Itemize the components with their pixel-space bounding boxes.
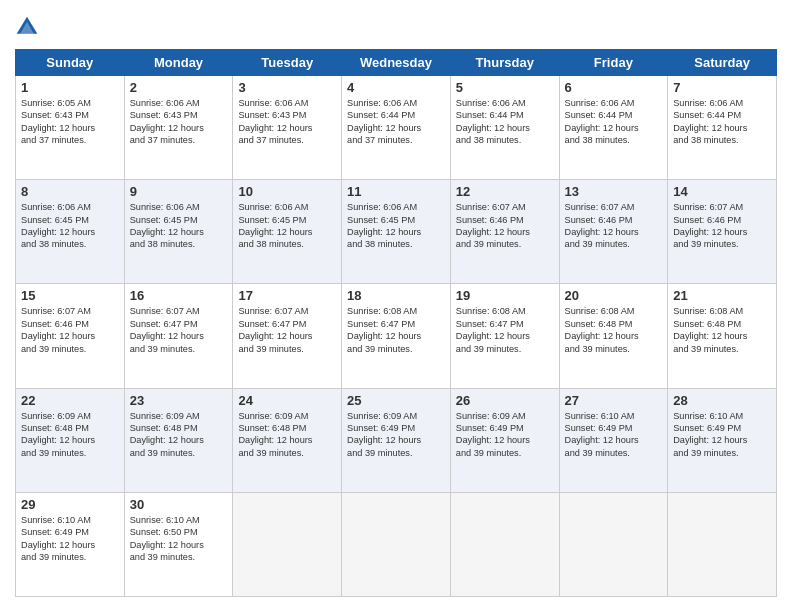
- calendar-cell: 15 Sunrise: 6:07 AMSunset: 6:46 PMDaylig…: [16, 284, 125, 388]
- day-number: 13: [565, 184, 663, 199]
- day-number: 8: [21, 184, 119, 199]
- cell-info: Sunrise: 6:10 AMSunset: 6:49 PMDaylight:…: [21, 515, 95, 562]
- cell-info: Sunrise: 6:07 AMSunset: 6:46 PMDaylight:…: [565, 202, 639, 249]
- calendar-cell: 12 Sunrise: 6:07 AMSunset: 6:46 PMDaylig…: [450, 180, 559, 284]
- cell-info: Sunrise: 6:07 AMSunset: 6:46 PMDaylight:…: [21, 306, 95, 353]
- cell-info: Sunrise: 6:09 AMSunset: 6:49 PMDaylight:…: [347, 411, 421, 458]
- cell-info: Sunrise: 6:10 AMSunset: 6:50 PMDaylight:…: [130, 515, 204, 562]
- day-number: 17: [238, 288, 336, 303]
- cell-info: Sunrise: 6:10 AMSunset: 6:49 PMDaylight:…: [673, 411, 747, 458]
- cell-info: Sunrise: 6:08 AMSunset: 6:47 PMDaylight:…: [347, 306, 421, 353]
- calendar-cell: 2 Sunrise: 6:06 AMSunset: 6:43 PMDayligh…: [124, 76, 233, 180]
- weekday-header: Tuesday: [233, 50, 342, 76]
- calendar-cell: 11 Sunrise: 6:06 AMSunset: 6:45 PMDaylig…: [342, 180, 451, 284]
- weekday-header: Sunday: [16, 50, 125, 76]
- day-number: 11: [347, 184, 445, 199]
- cell-info: Sunrise: 6:06 AMSunset: 6:44 PMDaylight:…: [456, 98, 530, 145]
- cell-info: Sunrise: 6:05 AMSunset: 6:43 PMDaylight:…: [21, 98, 95, 145]
- calendar-cell: 20 Sunrise: 6:08 AMSunset: 6:48 PMDaylig…: [559, 284, 668, 388]
- cell-info: Sunrise: 6:06 AMSunset: 6:45 PMDaylight:…: [130, 202, 204, 249]
- calendar-cell: 17 Sunrise: 6:07 AMSunset: 6:47 PMDaylig…: [233, 284, 342, 388]
- day-number: 1: [21, 80, 119, 95]
- calendar-cell: [342, 492, 451, 596]
- calendar-cell: 25 Sunrise: 6:09 AMSunset: 6:49 PMDaylig…: [342, 388, 451, 492]
- cell-info: Sunrise: 6:06 AMSunset: 6:44 PMDaylight:…: [347, 98, 421, 145]
- page: SundayMondayTuesdayWednesdayThursdayFrid…: [0, 0, 792, 612]
- calendar-cell: 6 Sunrise: 6:06 AMSunset: 6:44 PMDayligh…: [559, 76, 668, 180]
- logo: [15, 15, 43, 39]
- calendar-cell: 23 Sunrise: 6:09 AMSunset: 6:48 PMDaylig…: [124, 388, 233, 492]
- calendar-cell: 30 Sunrise: 6:10 AMSunset: 6:50 PMDaylig…: [124, 492, 233, 596]
- cell-info: Sunrise: 6:06 AMSunset: 6:44 PMDaylight:…: [673, 98, 747, 145]
- calendar-cell: 8 Sunrise: 6:06 AMSunset: 6:45 PMDayligh…: [16, 180, 125, 284]
- weekday-header: Wednesday: [342, 50, 451, 76]
- calendar-cell: 14 Sunrise: 6:07 AMSunset: 6:46 PMDaylig…: [668, 180, 777, 284]
- day-number: 10: [238, 184, 336, 199]
- day-number: 14: [673, 184, 771, 199]
- calendar-cell: [450, 492, 559, 596]
- day-number: 29: [21, 497, 119, 512]
- cell-info: Sunrise: 6:09 AMSunset: 6:48 PMDaylight:…: [238, 411, 312, 458]
- calendar-cell: 22 Sunrise: 6:09 AMSunset: 6:48 PMDaylig…: [16, 388, 125, 492]
- day-number: 4: [347, 80, 445, 95]
- day-number: 30: [130, 497, 228, 512]
- cell-info: Sunrise: 6:06 AMSunset: 6:45 PMDaylight:…: [347, 202, 421, 249]
- day-number: 24: [238, 393, 336, 408]
- calendar-cell: 29 Sunrise: 6:10 AMSunset: 6:49 PMDaylig…: [16, 492, 125, 596]
- calendar-cell: 13 Sunrise: 6:07 AMSunset: 6:46 PMDaylig…: [559, 180, 668, 284]
- day-number: 27: [565, 393, 663, 408]
- calendar-cell: 4 Sunrise: 6:06 AMSunset: 6:44 PMDayligh…: [342, 76, 451, 180]
- calendar-cell: 10 Sunrise: 6:06 AMSunset: 6:45 PMDaylig…: [233, 180, 342, 284]
- cell-info: Sunrise: 6:06 AMSunset: 6:45 PMDaylight:…: [238, 202, 312, 249]
- day-number: 19: [456, 288, 554, 303]
- day-number: 9: [130, 184, 228, 199]
- calendar-cell: [668, 492, 777, 596]
- header: [15, 15, 777, 39]
- calendar-cell: 5 Sunrise: 6:06 AMSunset: 6:44 PMDayligh…: [450, 76, 559, 180]
- calendar-cell: 27 Sunrise: 6:10 AMSunset: 6:49 PMDaylig…: [559, 388, 668, 492]
- cell-info: Sunrise: 6:07 AMSunset: 6:46 PMDaylight:…: [456, 202, 530, 249]
- calendar-cell: 16 Sunrise: 6:07 AMSunset: 6:47 PMDaylig…: [124, 284, 233, 388]
- cell-info: Sunrise: 6:09 AMSunset: 6:49 PMDaylight:…: [456, 411, 530, 458]
- day-number: 23: [130, 393, 228, 408]
- cell-info: Sunrise: 6:06 AMSunset: 6:43 PMDaylight:…: [238, 98, 312, 145]
- day-number: 18: [347, 288, 445, 303]
- calendar-cell: [233, 492, 342, 596]
- calendar-cell: 24 Sunrise: 6:09 AMSunset: 6:48 PMDaylig…: [233, 388, 342, 492]
- cell-info: Sunrise: 6:10 AMSunset: 6:49 PMDaylight:…: [565, 411, 639, 458]
- weekday-header: Friday: [559, 50, 668, 76]
- calendar-cell: 18 Sunrise: 6:08 AMSunset: 6:47 PMDaylig…: [342, 284, 451, 388]
- calendar-cell: 28 Sunrise: 6:10 AMSunset: 6:49 PMDaylig…: [668, 388, 777, 492]
- day-number: 21: [673, 288, 771, 303]
- calendar-cell: 21 Sunrise: 6:08 AMSunset: 6:48 PMDaylig…: [668, 284, 777, 388]
- day-number: 20: [565, 288, 663, 303]
- cell-info: Sunrise: 6:09 AMSunset: 6:48 PMDaylight:…: [130, 411, 204, 458]
- weekday-header: Thursday: [450, 50, 559, 76]
- calendar-cell: 3 Sunrise: 6:06 AMSunset: 6:43 PMDayligh…: [233, 76, 342, 180]
- day-number: 2: [130, 80, 228, 95]
- cell-info: Sunrise: 6:08 AMSunset: 6:48 PMDaylight:…: [673, 306, 747, 353]
- cell-info: Sunrise: 6:09 AMSunset: 6:48 PMDaylight:…: [21, 411, 95, 458]
- calendar-cell: 9 Sunrise: 6:06 AMSunset: 6:45 PMDayligh…: [124, 180, 233, 284]
- day-number: 3: [238, 80, 336, 95]
- day-number: 6: [565, 80, 663, 95]
- day-number: 25: [347, 393, 445, 408]
- day-number: 12: [456, 184, 554, 199]
- weekday-header: Saturday: [668, 50, 777, 76]
- cell-info: Sunrise: 6:06 AMSunset: 6:43 PMDaylight:…: [130, 98, 204, 145]
- day-number: 28: [673, 393, 771, 408]
- day-number: 15: [21, 288, 119, 303]
- cell-info: Sunrise: 6:06 AMSunset: 6:45 PMDaylight:…: [21, 202, 95, 249]
- day-number: 5: [456, 80, 554, 95]
- calendar-cell: 7 Sunrise: 6:06 AMSunset: 6:44 PMDayligh…: [668, 76, 777, 180]
- weekday-header: Monday: [124, 50, 233, 76]
- cell-info: Sunrise: 6:07 AMSunset: 6:46 PMDaylight:…: [673, 202, 747, 249]
- calendar-cell: 26 Sunrise: 6:09 AMSunset: 6:49 PMDaylig…: [450, 388, 559, 492]
- cell-info: Sunrise: 6:07 AMSunset: 6:47 PMDaylight:…: [238, 306, 312, 353]
- day-number: 22: [21, 393, 119, 408]
- day-number: 16: [130, 288, 228, 303]
- calendar-cell: 19 Sunrise: 6:08 AMSunset: 6:47 PMDaylig…: [450, 284, 559, 388]
- day-number: 26: [456, 393, 554, 408]
- cell-info: Sunrise: 6:08 AMSunset: 6:47 PMDaylight:…: [456, 306, 530, 353]
- calendar-cell: 1 Sunrise: 6:05 AMSunset: 6:43 PMDayligh…: [16, 76, 125, 180]
